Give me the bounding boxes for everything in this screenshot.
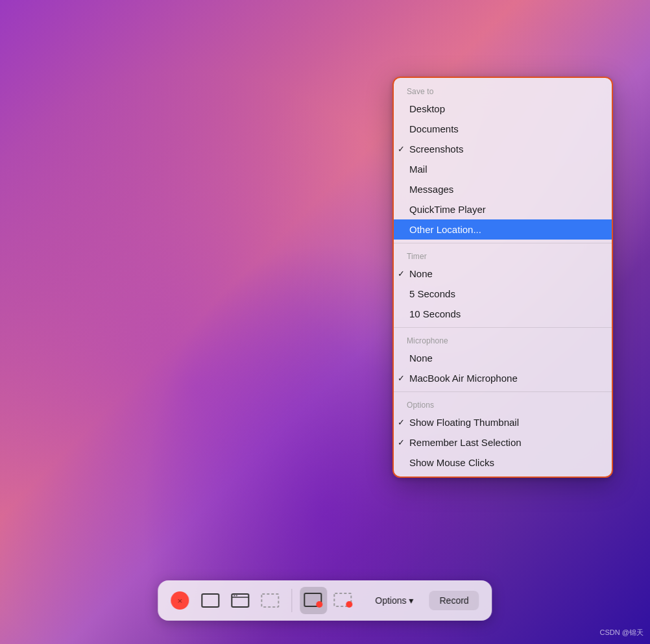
- watermark: CSDN @锦天: [600, 628, 644, 638]
- menu-item-quicktime[interactable]: QuickTime Player: [394, 199, 612, 219]
- menu-item-mic-none[interactable]: None: [394, 348, 612, 368]
- selection-icon: [261, 593, 279, 608]
- remember-last-checkmark: ✓: [398, 438, 405, 447]
- menu-item-mail-label: Mail: [409, 164, 427, 175]
- capture-selection-button[interactable]: [256, 587, 283, 614]
- menu-item-timer-10sec-label: 10 Seconds: [409, 308, 461, 319]
- menu-item-mic-none-label: None: [409, 353, 433, 364]
- menu-item-desktop-label: Desktop: [409, 103, 445, 114]
- menu-item-remember-last-label: Remember Last Selection: [409, 437, 522, 448]
- capture-fullscreen-button[interactable]: [197, 587, 224, 614]
- svg-rect-0: [202, 594, 219, 607]
- menu-item-screenshots[interactable]: ✓ Screenshots: [394, 139, 612, 159]
- timer-section-label: Timer: [394, 247, 612, 264]
- menu-item-timer-none[interactable]: ✓ None: [394, 264, 612, 284]
- options-label: Options: [375, 595, 406, 606]
- screenshots-checkmark: ✓: [398, 144, 405, 154]
- macbook-mic-checkmark: ✓: [398, 373, 405, 383]
- record-selection-button[interactable]: [330, 587, 357, 614]
- divider-1: [394, 243, 612, 243]
- menu-item-show-thumbnail[interactable]: ✓ Show Floating Thumbnail: [394, 412, 612, 432]
- menu-item-show-mouse-label: Show Mouse Clicks: [409, 457, 494, 468]
- microphone-section-label: Microphone: [394, 331, 612, 348]
- portion-record-icon: [333, 593, 353, 608]
- menu-item-mail[interactable]: Mail: [394, 159, 612, 179]
- svg-point-3: [234, 595, 235, 597]
- svg-rect-5: [261, 594, 278, 607]
- screen-record-icon: [304, 593, 323, 608]
- toolbar-separator-1: [291, 589, 292, 612]
- toolbar-right-section: Options ▾ Record: [365, 591, 479, 610]
- record-button[interactable]: Record: [429, 591, 479, 610]
- menu-item-messages[interactable]: Messages: [394, 179, 612, 199]
- menu-item-desktop[interactable]: Desktop: [394, 99, 612, 119]
- record-label: Record: [440, 595, 469, 606]
- screen-capture-toolbar: × Option: [158, 580, 492, 621]
- divider-3: [394, 391, 612, 392]
- menu-item-macbook-mic[interactable]: ✓ MacBook Air Microphone: [394, 368, 612, 388]
- menu-item-documents[interactable]: Documents: [394, 119, 612, 139]
- menu-item-show-thumbnail-label: Show Floating Thumbnail: [409, 417, 519, 428]
- divider-2: [394, 327, 612, 328]
- menu-item-remember-last[interactable]: ✓ Remember Last Selection: [394, 432, 612, 452]
- menu-item-timer-5sec-label: 5 Seconds: [409, 288, 455, 299]
- options-section-label: Options: [394, 395, 612, 412]
- options-chevron-icon: ▾: [409, 595, 414, 606]
- context-menu: Save to Desktop Documents ✓ Screenshots …: [392, 77, 613, 478]
- timer-none-checkmark: ✓: [398, 269, 405, 279]
- menu-item-other-location[interactable]: Other Location...: [394, 219, 612, 240]
- close-button[interactable]: ×: [171, 591, 189, 610]
- capture-window-button[interactable]: [226, 587, 254, 614]
- menu-item-other-location-label: Other Location...: [409, 224, 481, 235]
- menu-item-screenshots-label: Screenshots: [409, 143, 463, 155]
- window-icon: [231, 593, 249, 608]
- record-screen-button[interactable]: [300, 587, 327, 614]
- menu-item-documents-label: Documents: [409, 123, 459, 134]
- svg-point-9: [346, 601, 352, 608]
- menu-item-timer-none-label: None: [409, 268, 433, 279]
- menu-item-messages-label: Messages: [409, 184, 453, 195]
- fullscreen-icon: [201, 593, 219, 608]
- menu-item-show-mouse[interactable]: Show Mouse Clicks: [394, 452, 612, 473]
- save-to-section-label: Save to: [394, 82, 612, 99]
- svg-point-4: [236, 595, 237, 597]
- menu-item-macbook-mic-label: MacBook Air Microphone: [409, 373, 518, 384]
- svg-point-7: [316, 601, 322, 608]
- show-thumbnail-checkmark: ✓: [398, 417, 405, 427]
- menu-item-timer-10sec[interactable]: 10 Seconds: [394, 304, 612, 324]
- close-icon: ×: [178, 596, 183, 606]
- menu-item-timer-5sec[interactable]: 5 Seconds: [394, 284, 612, 304]
- options-button[interactable]: Options ▾: [365, 591, 424, 610]
- menu-item-quicktime-label: QuickTime Player: [409, 204, 486, 215]
